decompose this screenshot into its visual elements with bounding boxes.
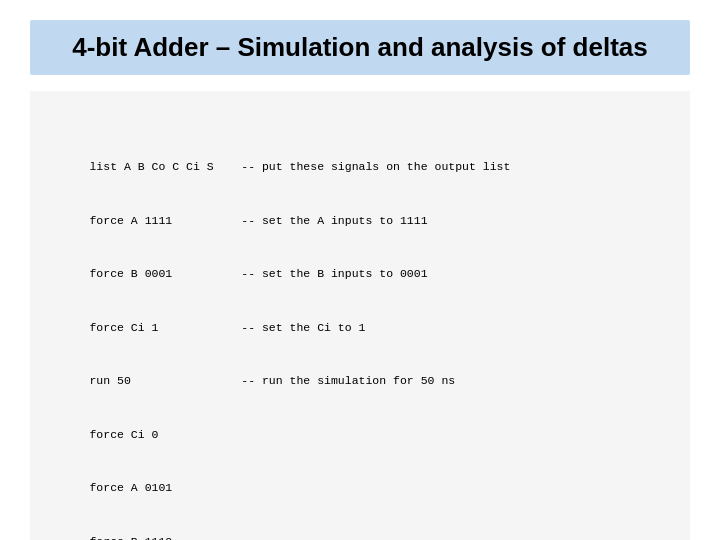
code-section: list A B Co C Ci S -- put these signals … <box>48 141 672 540</box>
code-line-4: force Ci 1 -- set the Ci to 1 <box>89 321 365 334</box>
code-line-6: force Ci 0 <box>89 428 158 441</box>
code-line-5: run 50 -- run the simulation for 50 ns <box>89 374 455 387</box>
code-line-1: list A B Co C Ci S -- put these signals … <box>89 160 510 173</box>
slide-container: 4-bit Adder – Simulation and analysis of… <box>0 0 720 540</box>
code-line-2: force A 1111 -- set the A inputs to 1111 <box>89 214 427 227</box>
slide-title: 4-bit Adder – Simulation and analysis of… <box>72 32 648 62</box>
code-line-8: force B 1110 <box>89 535 172 541</box>
code-line-3: force B 0001 -- set the B inputs to 0001 <box>89 267 427 280</box>
title-bar: 4-bit Adder – Simulation and analysis of… <box>30 20 690 75</box>
code-line-7: force A 0101 <box>89 481 172 494</box>
content-area: list A B Co C Ci S -- put these signals … <box>30 91 690 540</box>
